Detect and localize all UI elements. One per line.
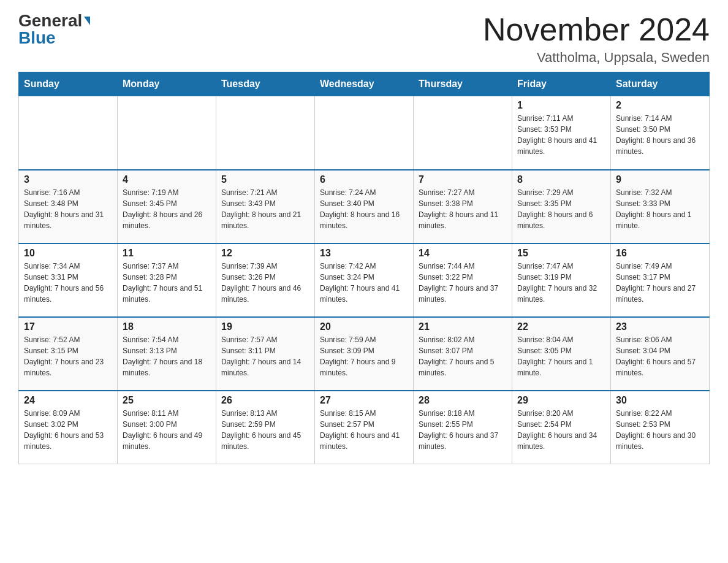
day-number: 15 [517,248,605,259]
day-number: 9 [616,174,704,185]
day-number: 6 [320,174,408,185]
calendar-cell: 5Sunrise: 7:21 AM Sunset: 3:43 PM Daylig… [216,170,315,243]
day-info: Sunrise: 8:02 AM Sunset: 3:07 PM Dayligh… [419,334,507,378]
day-info: Sunrise: 8:13 AM Sunset: 2:59 PM Dayligh… [221,408,309,452]
day-info: Sunrise: 8:04 AM Sunset: 3:05 PM Dayligh… [517,334,605,378]
logo-blue: Blue [18,29,56,47]
calendar-cell: 28Sunrise: 8:18 AM Sunset: 2:55 PM Dayli… [414,391,512,464]
day-number: 3 [24,174,112,185]
calendar-cell: 18Sunrise: 7:54 AM Sunset: 3:13 PM Dayli… [118,317,216,391]
day-info: Sunrise: 8:18 AM Sunset: 2:55 PM Dayligh… [419,408,507,452]
day-number: 4 [123,174,211,185]
title-block: November 2024 Vattholma, Uppsala, Sweden [483,12,710,66]
calendar-week-row: 10Sunrise: 7:34 AM Sunset: 3:31 PM Dayli… [19,243,710,317]
calendar-title: November 2024 [483,12,710,47]
calendar-cell: 2Sunrise: 7:14 AM Sunset: 3:50 PM Daylig… [611,96,710,170]
header-friday: Friday [512,72,611,96]
day-number: 2 [616,100,704,111]
day-info: Sunrise: 7:44 AM Sunset: 3:22 PM Dayligh… [419,261,507,305]
calendar-cell: 4Sunrise: 7:19 AM Sunset: 3:45 PM Daylig… [118,170,216,243]
day-info: Sunrise: 7:57 AM Sunset: 3:11 PM Dayligh… [221,334,309,378]
day-info: Sunrise: 7:49 AM Sunset: 3:17 PM Dayligh… [616,261,704,305]
page-header: General Blue November 2024 Vattholma, Up… [18,12,710,66]
day-info: Sunrise: 7:39 AM Sunset: 3:26 PM Dayligh… [221,261,309,305]
day-number: 20 [320,321,408,332]
day-info: Sunrise: 7:32 AM Sunset: 3:33 PM Dayligh… [616,187,704,231]
calendar-location: Vattholma, Uppsala, Sweden [483,50,710,66]
calendar-cell: 13Sunrise: 7:42 AM Sunset: 3:24 PM Dayli… [315,243,414,317]
calendar-cell: 6Sunrise: 7:24 AM Sunset: 3:40 PM Daylig… [315,170,414,243]
calendar-cell: 10Sunrise: 7:34 AM Sunset: 3:31 PM Dayli… [19,243,118,317]
calendar-cell [118,96,216,170]
header-wednesday: Wednesday [315,72,414,96]
day-number: 26 [221,395,309,406]
day-number: 14 [419,248,507,259]
calendar-cell: 22Sunrise: 8:04 AM Sunset: 3:05 PM Dayli… [512,317,611,391]
calendar-cell: 29Sunrise: 8:20 AM Sunset: 2:54 PM Dayli… [512,391,611,464]
logo-triangle-icon [84,17,90,25]
day-number: 16 [616,248,704,259]
day-info: Sunrise: 8:22 AM Sunset: 2:53 PM Dayligh… [616,408,704,452]
calendar-week-row: 17Sunrise: 7:52 AM Sunset: 3:15 PM Dayli… [19,317,710,391]
day-info: Sunrise: 8:20 AM Sunset: 2:54 PM Dayligh… [517,408,605,452]
header-tuesday: Tuesday [216,72,315,96]
day-info: Sunrise: 7:54 AM Sunset: 3:13 PM Dayligh… [123,334,211,378]
day-number: 21 [419,321,507,332]
calendar-header-row: SundayMondayTuesdayWednesdayThursdayFrid… [19,72,710,96]
calendar-cell: 16Sunrise: 7:49 AM Sunset: 3:17 PM Dayli… [611,243,710,317]
day-number: 8 [517,174,605,185]
calendar-cell: 23Sunrise: 8:06 AM Sunset: 3:04 PM Dayli… [611,317,710,391]
header-thursday: Thursday [414,72,512,96]
day-number: 12 [221,248,309,259]
day-number: 29 [517,395,605,406]
day-number: 23 [616,321,704,332]
day-number: 27 [320,395,408,406]
day-number: 5 [221,174,309,185]
calendar-cell: 8Sunrise: 7:29 AM Sunset: 3:35 PM Daylig… [512,170,611,243]
day-info: Sunrise: 7:34 AM Sunset: 3:31 PM Dayligh… [24,261,112,305]
calendar-cell: 24Sunrise: 8:09 AM Sunset: 3:02 PM Dayli… [19,391,118,464]
day-info: Sunrise: 7:19 AM Sunset: 3:45 PM Dayligh… [123,187,211,231]
calendar-cell [414,96,512,170]
logo-general: General [18,12,82,29]
header-sunday: Sunday [19,72,118,96]
day-number: 28 [419,395,507,406]
calendar-cell: 14Sunrise: 7:44 AM Sunset: 3:22 PM Dayli… [414,243,512,317]
calendar-cell: 1Sunrise: 7:11 AM Sunset: 3:53 PM Daylig… [512,96,611,170]
day-info: Sunrise: 7:37 AM Sunset: 3:28 PM Dayligh… [123,261,211,305]
calendar-cell [216,96,315,170]
calendar-week-row: 1Sunrise: 7:11 AM Sunset: 3:53 PM Daylig… [19,96,710,170]
day-number: 18 [123,321,211,332]
header-saturday: Saturday [611,72,710,96]
day-info: Sunrise: 7:14 AM Sunset: 3:50 PM Dayligh… [616,113,704,157]
calendar-cell: 7Sunrise: 7:27 AM Sunset: 3:38 PM Daylig… [414,170,512,243]
day-number: 25 [123,395,211,406]
day-info: Sunrise: 7:24 AM Sunset: 3:40 PM Dayligh… [320,187,408,231]
calendar-cell: 20Sunrise: 7:59 AM Sunset: 3:09 PM Dayli… [315,317,414,391]
calendar-cell [315,96,414,170]
header-monday: Monday [118,72,216,96]
calendar-cell: 25Sunrise: 8:11 AM Sunset: 3:00 PM Dayli… [118,391,216,464]
day-number: 22 [517,321,605,332]
day-info: Sunrise: 7:21 AM Sunset: 3:43 PM Dayligh… [221,187,309,231]
day-number: 24 [24,395,112,406]
calendar-cell: 3Sunrise: 7:16 AM Sunset: 3:48 PM Daylig… [19,170,118,243]
day-info: Sunrise: 7:29 AM Sunset: 3:35 PM Dayligh… [517,187,605,231]
day-info: Sunrise: 8:11 AM Sunset: 3:00 PM Dayligh… [123,408,211,452]
day-info: Sunrise: 7:47 AM Sunset: 3:19 PM Dayligh… [517,261,605,305]
day-info: Sunrise: 8:09 AM Sunset: 3:02 PM Dayligh… [24,408,112,452]
day-info: Sunrise: 7:42 AM Sunset: 3:24 PM Dayligh… [320,261,408,305]
day-info: Sunrise: 7:16 AM Sunset: 3:48 PM Dayligh… [24,187,112,231]
day-info: Sunrise: 8:06 AM Sunset: 3:04 PM Dayligh… [616,334,704,378]
logo: General Blue [18,12,90,47]
calendar-cell: 9Sunrise: 7:32 AM Sunset: 3:33 PM Daylig… [611,170,710,243]
day-number: 13 [320,248,408,259]
day-number: 19 [221,321,309,332]
calendar-cell: 11Sunrise: 7:37 AM Sunset: 3:28 PM Dayli… [118,243,216,317]
day-number: 11 [123,248,211,259]
day-info: Sunrise: 7:11 AM Sunset: 3:53 PM Dayligh… [517,113,605,157]
day-info: Sunrise: 7:27 AM Sunset: 3:38 PM Dayligh… [419,187,507,231]
calendar-cell: 27Sunrise: 8:15 AM Sunset: 2:57 PM Dayli… [315,391,414,464]
day-info: Sunrise: 7:52 AM Sunset: 3:15 PM Dayligh… [24,334,112,378]
calendar-cell [19,96,118,170]
